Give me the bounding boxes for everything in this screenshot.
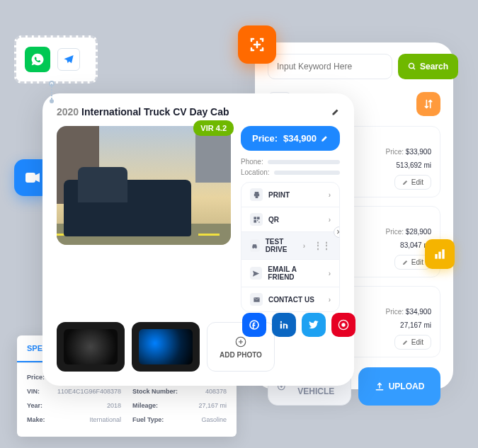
- whatsapp-icon[interactable]: [25, 47, 50, 72]
- social-share-row: [242, 313, 355, 337]
- edit-button[interactable]: Edit: [394, 335, 431, 350]
- scan-icon[interactable]: [238, 25, 276, 64]
- close-icon[interactable]: ✕: [334, 226, 340, 238]
- edit-price-icon[interactable]: [321, 134, 329, 142]
- facebook-icon[interactable]: [242, 313, 266, 337]
- svg-rect-3: [442, 249, 444, 258]
- edit-title-icon[interactable]: [331, 108, 340, 116]
- social-share-card: [14, 35, 98, 84]
- connector-line: [51, 84, 52, 99]
- location-placeholder: [274, 171, 340, 175]
- search-button-label: Search: [420, 62, 448, 71]
- svg-rect-7: [254, 217, 256, 219]
- svg-rect-10: [256, 219, 257, 220]
- svg-point-13: [256, 247, 257, 248]
- svg-point-18: [280, 321, 282, 323]
- send-icon: [250, 267, 262, 280]
- linkedin-icon[interactable]: [272, 313, 296, 337]
- svg-rect-17: [280, 323, 282, 328]
- email-action[interactable]: EMAIL A FRIEND›: [241, 260, 339, 287]
- qr-action[interactable]: QR›: [241, 207, 339, 232]
- twitter-icon[interactable]: [302, 313, 326, 337]
- svg-rect-0: [26, 173, 35, 182]
- svg-point-12: [253, 247, 254, 248]
- svg-point-20: [341, 323, 345, 326]
- contact-action[interactable]: CONTACT US›: [241, 287, 339, 311]
- print-icon: [250, 188, 263, 201]
- vehicle-title: 2020 International Truck CV Day Cab: [57, 106, 229, 117]
- vehicle-detail-card: 2020 International Truck CV Day Cab VIR …: [42, 93, 354, 386]
- gallery-thumb-1[interactable]: [57, 322, 125, 372]
- vehicle-photo[interactable]: [57, 126, 231, 245]
- action-menu: PRINT› QR› ✕ TEST DRIVE› ⋮⋮ EMAIL A FRIE…: [241, 182, 340, 312]
- svg-rect-2: [438, 252, 440, 259]
- drag-handle-icon[interactable]: ⋮⋮: [314, 241, 331, 251]
- car-icon: [250, 239, 260, 252]
- vir-badge: VIR 4.2: [193, 120, 234, 136]
- sort-icon[interactable]: [416, 92, 440, 116]
- pinterest-icon[interactable]: [331, 313, 355, 337]
- chart-icon[interactable]: [425, 239, 455, 269]
- edit-button[interactable]: Edit: [394, 175, 431, 190]
- svg-rect-8: [256, 217, 259, 219]
- print-action[interactable]: PRINT›: [241, 183, 339, 207]
- svg-point-4: [409, 64, 414, 69]
- qr-icon: [250, 213, 263, 226]
- testdrive-action[interactable]: ✕ TEST DRIVE› ⋮⋮: [241, 232, 339, 260]
- phone-placeholder: [268, 160, 340, 164]
- gallery-thumb-2[interactable]: [132, 322, 200, 372]
- mail-icon: [250, 293, 263, 306]
- svg-rect-1: [435, 254, 437, 259]
- price-bar: Price: $34,900: [241, 126, 340, 151]
- connector-dot-bottom: [50, 99, 54, 103]
- search-input[interactable]: [268, 54, 392, 79]
- svg-rect-11: [258, 222, 259, 222]
- telegram-icon[interactable]: [57, 48, 80, 71]
- upload-button[interactable]: UPLOAD: [358, 367, 440, 406]
- svg-rect-9: [254, 219, 256, 222]
- search-button[interactable]: Search: [398, 54, 458, 79]
